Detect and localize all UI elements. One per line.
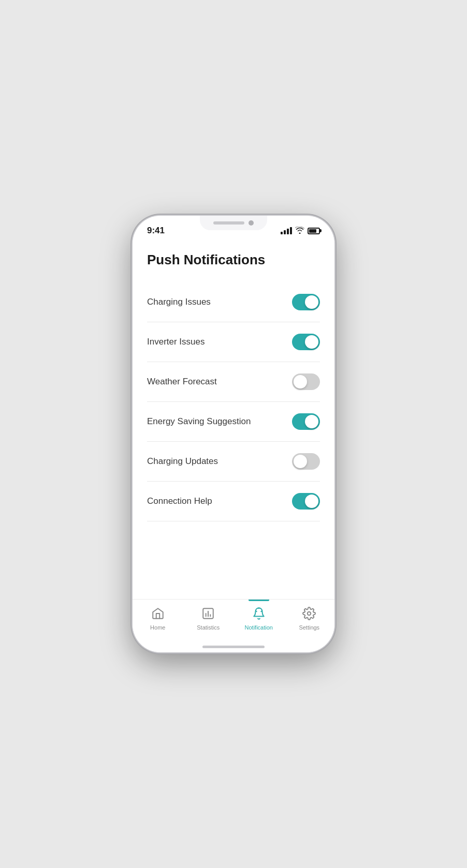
toggle-list: Charging IssuesInverter IssuesWeather Fo… <box>147 282 320 521</box>
toggle-track-connection-help <box>292 493 320 510</box>
notification-icon <box>252 607 266 622</box>
battery-icon <box>308 228 320 234</box>
toggle-switch-charging-updates[interactable] <box>292 453 320 470</box>
home-bar <box>202 646 265 648</box>
nav-item-statistics[interactable]: Statistics <box>183 605 234 631</box>
toggle-thumb-charging-updates <box>294 455 307 468</box>
nav-label-home: Home <box>150 624 165 631</box>
toggle-label-charging-issues: Charging Issues <box>147 297 211 307</box>
toggle-switch-energy-saving[interactable] <box>292 413 320 430</box>
notch <box>200 216 267 230</box>
toggle-track-energy-saving <box>292 413 320 430</box>
nav-active-bar <box>249 600 269 601</box>
toggle-thumb-energy-saving <box>305 415 318 428</box>
page-title: Push Notifications <box>147 252 320 268</box>
toggle-thumb-inverter-issues <box>305 335 318 349</box>
toggle-thumb-connection-help <box>305 495 318 508</box>
toggle-switch-weather-forecast[interactable] <box>292 373 320 390</box>
toggle-track-weather-forecast <box>292 373 320 390</box>
toggle-row-weather-forecast: Weather Forecast <box>147 362 320 402</box>
nav-item-notification[interactable]: Notification <box>233 605 284 631</box>
toggle-label-connection-help: Connection Help <box>147 496 212 506</box>
status-time: 9:41 <box>147 226 165 236</box>
notch-camera <box>249 220 254 226</box>
svg-point-1 <box>308 612 311 616</box>
home-icon <box>151 607 165 622</box>
status-icons <box>281 227 320 235</box>
toggle-switch-connection-help[interactable] <box>292 493 320 510</box>
toggle-label-charging-updates: Charging Updates <box>147 456 218 467</box>
toggle-switch-charging-issues[interactable] <box>292 294 320 310</box>
toggle-track-charging-updates <box>292 453 320 470</box>
nav-label-notification: Notification <box>245 624 273 631</box>
toggle-row-inverter-issues: Inverter Issues <box>147 322 320 362</box>
toggle-switch-inverter-issues[interactable] <box>292 334 320 350</box>
toggle-row-charging-issues: Charging Issues <box>147 282 320 322</box>
toggle-thumb-weather-forecast <box>294 375 307 388</box>
toggle-row-charging-updates: Charging Updates <box>147 442 320 482</box>
toggle-row-connection-help: Connection Help <box>147 482 320 521</box>
wifi-icon <box>295 227 304 235</box>
bottom-nav: HomeStatisticsNotificationSettings <box>133 599 334 646</box>
toggle-label-weather-forecast: Weather Forecast <box>147 377 217 387</box>
home-indicator <box>133 646 334 652</box>
nav-item-settings[interactable]: Settings <box>284 605 335 631</box>
nav-item-home[interactable]: Home <box>133 605 183 631</box>
notch-pill <box>213 221 244 225</box>
statistics-icon <box>201 607 215 622</box>
phone-frame: 9:41 <box>133 216 334 652</box>
settings-icon <box>302 607 316 622</box>
signal-icon <box>281 227 292 234</box>
toggle-row-energy-saving: Energy Saving Suggestion <box>147 402 320 442</box>
toggle-thumb-charging-issues <box>305 295 318 309</box>
toggle-label-energy-saving: Energy Saving Suggestion <box>147 416 251 427</box>
screen: 9:41 <box>133 216 334 652</box>
toggle-track-charging-issues <box>292 294 320 310</box>
toggle-track-inverter-issues <box>292 334 320 350</box>
content-area: Push Notifications Charging IssuesInvert… <box>133 242 334 599</box>
toggle-label-inverter-issues: Inverter Issues <box>147 337 205 347</box>
nav-label-settings: Settings <box>299 624 319 631</box>
nav-label-statistics: Statistics <box>197 624 220 631</box>
